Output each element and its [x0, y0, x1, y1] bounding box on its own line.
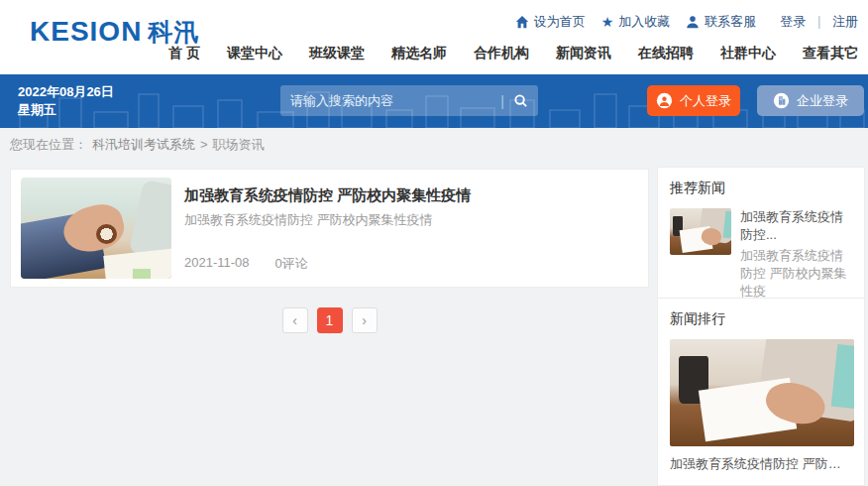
pagination: ‹ 1 ›	[10, 307, 649, 333]
enterprise-login-label: 企业登录	[797, 92, 848, 110]
article-meta: 2021-11-08 0评论	[184, 255, 308, 273]
article-title[interactable]: 加强教育系统疫情防控 严防校内聚集性疫情	[184, 186, 471, 205]
date-display: 2022年08月26日 星期五	[18, 83, 114, 119]
nav-item-partners[interactable]: 合作机构	[474, 45, 529, 62]
nav-item-jobs[interactable]: 在线招聘	[638, 45, 694, 62]
add-favorite-link[interactable]: ★ 加入收藏	[601, 13, 671, 31]
news-ranking-heading: 新闻排行	[670, 310, 852, 328]
date-line: 2022年08月26日	[18, 83, 114, 101]
logo-text-en: KESION	[30, 16, 142, 47]
nav-item-more[interactable]: 查看其它	[803, 45, 858, 62]
nav-item-community[interactable]: 社群中心	[720, 45, 776, 62]
set-homepage-link[interactable]: 设为首页	[515, 13, 586, 31]
page: KESION科汛 设为首页 ★ 加入收藏 联系客服 登录 ｜ 注册 首 页	[0, 0, 868, 486]
breadcrumb-label: 您现在位置：	[10, 136, 87, 154]
nav-item-classroom-center[interactable]: 课堂中心	[227, 45, 282, 62]
recommended-news-title[interactable]: 加强教育系统疫情防控...	[740, 208, 852, 244]
contact-service-label: 联系客服	[705, 13, 756, 31]
auth-divider: ｜	[813, 13, 825, 31]
utility-bar: 设为首页 ★ 加入收藏 联系客服 登录 ｜ 注册	[515, 13, 858, 31]
star-icon: ★	[601, 15, 614, 29]
nav-item-featured-teachers[interactable]: 精选名师	[391, 45, 447, 62]
personal-login-button[interactable]: 个人登录	[647, 85, 740, 116]
banner-buttons: 个人登录 企业登录	[647, 85, 864, 116]
news-ranking-caption[interactable]: 加强教育系统疫情防控 严防校内...	[670, 455, 852, 473]
news-ranking-card: 新闻排行 加强教育系统疫情防控 严防校内...	[657, 298, 865, 486]
contact-service-link[interactable]: 联系客服	[686, 13, 756, 31]
search-input[interactable]	[290, 93, 496, 108]
recommended-news-heading: 推荐新闻	[670, 180, 852, 197]
main-nav: 首 页 课堂中心 班级课堂 精选名师 合作机构 新闻资讯 在线招聘 社群中心 查…	[168, 45, 858, 62]
add-favorite-label: 加入收藏	[618, 13, 670, 31]
article-card: 加强教育系统疫情防控 严防校内聚集性疫情 加强教育系统疫情防控 严防校内聚集性疫…	[10, 169, 649, 288]
login-link[interactable]: 登录	[780, 13, 806, 31]
article-comments: 0评论	[275, 255, 308, 273]
recommended-news-card: 推荐新闻 加强教育系统疫情防控... 加强教育系统疫情防控 严防校内聚集性疫	[657, 167, 865, 313]
news-ranking-image[interactable]	[670, 339, 854, 446]
search-icon[interactable]	[513, 93, 528, 108]
personal-login-icon	[656, 92, 673, 109]
nav-item-news[interactable]: 新闻资讯	[556, 45, 611, 62]
breadcrumb-separator: >	[200, 137, 208, 152]
breadcrumb: 您现在位置： 科汛培训考试系统 > 职场资讯	[0, 128, 868, 161]
decor-note	[133, 269, 151, 279]
article-date: 2021-11-08	[184, 255, 250, 273]
recommended-news-thumbnail[interactable]	[670, 208, 731, 255]
person-icon	[686, 15, 700, 29]
recommended-news-text: 加强教育系统疫情防控... 加强教育系统疫情防控 严防校内聚集性疫	[740, 208, 852, 301]
recommended-news-item: 加强教育系统疫情防控... 加强教育系统疫情防控 严防校内聚集性疫	[670, 208, 852, 301]
weekday-line: 星期五	[18, 101, 114, 119]
recommended-news-summary: 加强教育系统疫情防控 严防校内聚集性疫	[740, 247, 852, 301]
nav-item-home[interactable]: 首 页	[168, 45, 200, 62]
personal-login-label: 个人登录	[680, 92, 731, 110]
home-icon	[515, 15, 529, 29]
pagination-page-1[interactable]: 1	[317, 307, 343, 333]
search-box: |	[280, 85, 538, 116]
logo-text-cn: 科汛	[148, 18, 199, 46]
pagination-prev-button[interactable]: ‹	[282, 307, 308, 333]
auth-links: 登录 ｜ 注册	[780, 13, 858, 31]
breadcrumb-site-link[interactable]: 科汛培训考试系统	[92, 136, 195, 154]
nav-item-class-course[interactable]: 班级课堂	[309, 45, 365, 62]
set-homepage-label: 设为首页	[534, 13, 586, 31]
article-thumbnail-image[interactable]	[21, 178, 171, 279]
enterprise-login-icon	[773, 92, 790, 109]
search-divider: |	[500, 93, 504, 109]
header: KESION科汛 设为首页 ★ 加入收藏 联系客服 登录 ｜ 注册 首 页	[0, 0, 868, 74]
register-link[interactable]: 注册	[832, 13, 858, 31]
pagination-next-button[interactable]: ›	[352, 307, 378, 333]
breadcrumb-current[interactable]: 职场资讯	[213, 136, 265, 154]
decor-teal-bag	[723, 210, 731, 238]
article-summary: 加强教育系统疫情防控 严防校内聚集性疫情	[184, 211, 433, 229]
enterprise-login-button[interactable]: 企业登录	[757, 85, 864, 116]
banner: 2022年08月26日 星期五 | 个人登录 企业登录	[0, 74, 868, 128]
